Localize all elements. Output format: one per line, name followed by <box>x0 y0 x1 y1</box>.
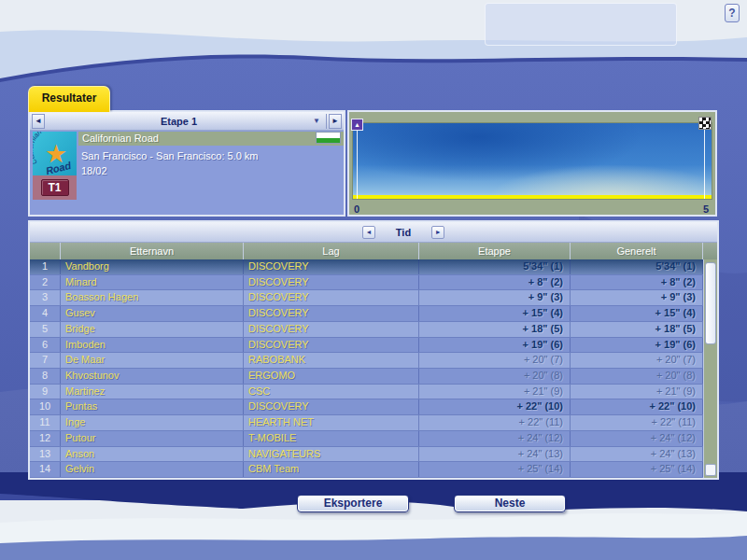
time-prev-button[interactable]: ◄ <box>362 226 375 239</box>
stage-type-badge: T1 <box>41 179 69 196</box>
cell-stage: + 15" (4) <box>419 306 571 321</box>
table-scrollbar[interactable] <box>703 259 717 478</box>
cell-general: + 20" (8) <box>571 369 703 384</box>
time-next-button[interactable]: ► <box>431 226 444 239</box>
cell-team: DISCOVERY <box>244 399 419 414</box>
next-button[interactable]: Neste <box>454 495 566 512</box>
cell-stage: + 20" (8) <box>419 369 571 384</box>
cell-pos: 13 <box>30 447 61 462</box>
cell-name: Putour <box>61 431 244 446</box>
cell-general: + 20" (7) <box>571 353 703 368</box>
table-row[interactable]: 5BridgeDISCOVERY+ 18" (5)+ 18" (5) <box>30 322 703 338</box>
tab-resultater[interactable]: Resultater <box>28 86 110 112</box>
cell-stage: + 20" (7) <box>419 353 571 368</box>
table-row[interactable]: 2MinardDISCOVERY+ 8" (2)+ 8" (2) <box>30 275 703 291</box>
cell-name: Khvostunov <box>61 369 244 384</box>
stage-selector-title[interactable]: Etape 1 <box>45 116 313 127</box>
table-row[interactable]: 11IngeHEARTH NET+ 22" (11)+ 22" (11) <box>30 415 703 431</box>
cell-name: Martinez <box>61 385 244 399</box>
stage-route: San Francisco - San Francisco: 5.0 km <box>81 150 259 161</box>
export-button[interactable]: Eksportere <box>297 495 409 512</box>
stage-details: Californian ★ Road T1 Californian Road S… <box>30 131 344 215</box>
table-row[interactable]: 13AnsonNAVIGATEURS+ 24" (13)+ 24" (13) <box>30 447 703 463</box>
table-row[interactable]: 3Boasson HagenDISCOVERY+ 9" (3)+ 9" (3) <box>30 290 703 306</box>
cell-general: + 15" (4) <box>571 306 703 321</box>
table-row[interactable]: 6ImbodenDISCOVERY+ 19" (6)+ 19" (6) <box>30 338 703 354</box>
cell-general: + 25" (14) <box>571 462 703 477</box>
cell-name: Gusev <box>61 306 244 321</box>
cell-stage: + 22" (10) <box>419 399 571 414</box>
scrollbar-down-button[interactable] <box>705 464 716 476</box>
cell-pos: 14 <box>30 462 61 477</box>
table-header-row: Etternavn Lag Etappe Generelt <box>30 243 717 259</box>
stage-date: 18/02 <box>81 165 107 176</box>
table-row[interactable]: 9MartinezCSC+ 21" (9)+ 21" (9) <box>30 385 703 400</box>
stage-prev-button[interactable]: ◄ <box>32 114 45 129</box>
header-team: Lag <box>244 243 419 259</box>
cell-pos: 10 <box>30 399 61 414</box>
stage-profile-image <box>352 122 712 200</box>
cell-name: Bridge <box>61 322 244 337</box>
time-nav-bar: ◄ Tid ► <box>30 222 717 243</box>
table-row[interactable]: 1VandborgDISCOVERY5'34" (1)5'34" (1) <box>30 259 703 275</box>
help-button[interactable]: ? <box>725 4 740 22</box>
cell-name: Puntas <box>61 399 244 414</box>
stage-logo-arc-text: Californian <box>33 132 43 166</box>
cell-general: + 21" (9) <box>571 385 703 399</box>
scrollbar-thumb[interactable] <box>705 262 716 344</box>
profile-km-start: 0 <box>354 203 359 215</box>
cell-name: Gelvin <box>61 462 244 477</box>
cell-general: + 8" (2) <box>571 275 703 290</box>
table-row[interactable]: 4GusevDISCOVERY+ 15" (4)+ 15" (4) <box>30 306 703 322</box>
cell-team: DISCOVERY <box>244 259 419 274</box>
stage-info-panel: ◄ Etape 1 ▼ ► Californian ★ Road T1 Cali <box>28 110 345 217</box>
stage-selector: ◄ Etape 1 ▼ ► <box>30 112 344 131</box>
cell-team: CSC <box>244 385 419 399</box>
cell-stage: + 8" (2) <box>419 275 571 290</box>
cell-team: HEARTH NET <box>244 415 419 430</box>
cell-team: RABOBANK <box>244 353 419 368</box>
status-flag-icon <box>316 132 341 144</box>
cell-team: CBM Team <box>244 462 419 477</box>
start-line <box>357 129 358 199</box>
finish-flag-icon <box>698 117 712 130</box>
results-rows: 1VandborgDISCOVERY5'34" (1)5'34" (1)2Min… <box>30 259 703 478</box>
finish-line <box>704 129 705 199</box>
time-nav-label: Tid <box>396 227 411 238</box>
cell-team: DISCOVERY <box>244 290 419 305</box>
cell-general: + 24" (13) <box>571 447 703 462</box>
cell-team: DISCOVERY <box>244 275 419 290</box>
cell-name: Boasson Hagen <box>61 290 244 305</box>
cell-pos: 2 <box>30 275 61 290</box>
cell-stage: + 18" (5) <box>419 322 571 337</box>
table-row[interactable]: 8KhvostunovERGOMO+ 20" (8)+ 20" (8) <box>30 369 703 385</box>
cell-pos: 4 <box>30 306 61 321</box>
chevron-down-icon[interactable]: ▼ <box>313 117 320 125</box>
profile-km-end: 5 <box>703 203 709 215</box>
cell-pos: 11 <box>30 415 61 430</box>
cell-stage: + 25" (14) <box>419 462 571 477</box>
stage-logo: Californian ★ Road <box>33 132 77 175</box>
cell-general: + 9" (3) <box>571 290 703 305</box>
cell-general: + 24" (12) <box>571 431 703 446</box>
cell-team: T-MOBILE <box>244 431 419 446</box>
stage-next-button[interactable]: ► <box>329 114 342 129</box>
table-row[interactable]: 10PuntasDISCOVERY+ 22" (10)+ 22" (10) <box>30 399 703 415</box>
cell-general: 5'34" (1) <box>571 259 703 274</box>
cell-name: Vandborg <box>61 259 244 274</box>
table-row[interactable]: 7De MaarRABOBANK+ 20" (7)+ 20" (7) <box>30 353 703 369</box>
stage-name: Californian Road <box>78 132 344 146</box>
table-row[interactable]: 12PutourT-MOBILE+ 24" (12)+ 24" (12) <box>30 431 703 447</box>
cell-stage: + 22" (11) <box>419 415 571 430</box>
cell-stage: + 24" (12) <box>419 431 571 446</box>
header-position <box>30 243 61 259</box>
cell-name: Inge <box>61 415 244 430</box>
table-row[interactable]: 14GelvinCBM Team+ 25" (14)+ 25" (14) <box>30 462 703 478</box>
results-table-panel: ◄ Tid ► Etternavn Lag Etappe Generelt 1V… <box>28 220 719 480</box>
cell-name: Minard <box>61 275 244 290</box>
cell-team: DISCOVERY <box>244 338 419 353</box>
cell-pos: 9 <box>30 385 61 399</box>
stage-type-strip: T1 <box>33 175 77 200</box>
cell-general: + 19" (6) <box>571 338 703 353</box>
cell-pos: 12 <box>30 431 61 446</box>
